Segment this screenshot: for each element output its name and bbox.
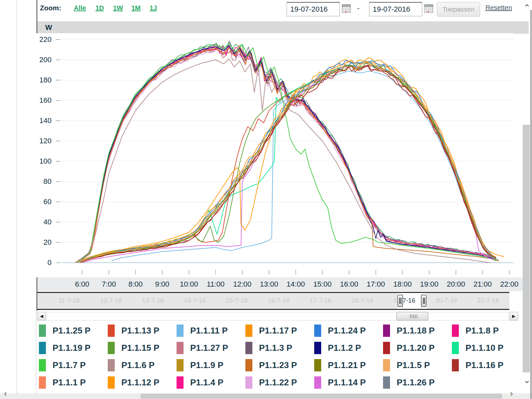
legend-item[interactable]: P1.1.21 P (314, 356, 383, 374)
series-line-P1.1.25-P[interactable] (75, 42, 498, 263)
date-navigator[interactable]: 11-7-1612-7-1613-7-1614-7-1615-7-1616-7-… (37, 292, 509, 310)
y-axis-tick-label: 220 (33, 35, 52, 44)
y-axis-tick-label: 80 (33, 177, 52, 186)
legend-item[interactable]: P1.1.1 P (39, 374, 108, 391)
y-axis-tick-label: 60 (33, 198, 52, 206)
window-horizontal-scrollbar[interactable] (0, 393, 532, 399)
scrollbar-track[interactable] (46, 312, 508, 321)
legend-item[interactable]: P1.1.4 P (177, 374, 245, 391)
series-line-P1.1.26-P[interactable] (75, 41, 498, 263)
date-range-separator: - (357, 4, 359, 13)
legend-item[interactable]: P1.1.12 P (108, 374, 177, 391)
legend-label: P1.1.1 P (53, 377, 86, 388)
zoom-range-1d[interactable]: 1D (95, 4, 104, 12)
navigator-right-handle[interactable] (421, 295, 427, 307)
navigator-date: 14-7-16 (174, 297, 216, 304)
navigator-dates: 11-7-1612-7-1613-7-1614-7-1615-7-1616-7-… (48, 293, 509, 309)
power-chart[interactable] (37, 33, 514, 277)
legend-item[interactable]: P1.1.19 P (39, 339, 108, 356)
series-line-P1.1.2-P[interactable] (77, 46, 496, 263)
legend-swatch-icon (452, 342, 459, 354)
y-axis-tick-label: 160 (33, 96, 52, 105)
series-line-P1.1.23-P[interactable] (77, 48, 499, 263)
scroll-right-chevron-icon[interactable]: › (510, 388, 513, 399)
series-line-P1.1.11-P[interactable] (111, 71, 497, 261)
x-axis-tick-label: 21:00 (468, 280, 498, 289)
legend-label: P1.1.26 P (397, 377, 435, 388)
legend-swatch-icon (39, 359, 46, 371)
legend-swatch-icon (39, 376, 46, 389)
legend-item[interactable]: P1.1.22 P (245, 374, 314, 391)
y-axis-tick-label: 0 (33, 258, 52, 267)
y-axis-tick-label: 180 (33, 76, 52, 84)
legend-label: P1.1.25 P (53, 326, 90, 336)
x-axis-tick-label: 22:00 (494, 280, 524, 289)
legend-item[interactable]: P1.1.3 P (245, 339, 314, 356)
legend-item[interactable]: P1.1.9 P (177, 356, 245, 374)
apply-button[interactable]: Toepassen (437, 2, 480, 17)
legend-swatch-icon (245, 359, 252, 371)
legend-swatch-icon (383, 342, 390, 354)
x-axis-tick-label: 9:00 (147, 280, 177, 289)
legend-label: P1.1.19 P (53, 343, 90, 353)
calendar-icon[interactable] (342, 4, 351, 13)
h-scrollbar-thumb[interactable] (141, 394, 502, 399)
date-from-input[interactable] (287, 2, 340, 16)
series-line-P1.1.7-P[interactable] (77, 44, 496, 263)
zoom-range-1m[interactable]: 1M (131, 4, 141, 12)
legend-item[interactable]: P1.1.16 P (452, 356, 521, 374)
series-line-P1.1.21-P[interactable] (79, 63, 496, 263)
zoom-range-alle[interactable]: Alle (74, 4, 86, 12)
navigator-left-handle[interactable] (397, 295, 403, 307)
legend-swatch-icon (314, 359, 321, 371)
scroll-right-arrow[interactable]: ▶ (509, 312, 518, 321)
y-axis-tick-label: 100 (33, 157, 52, 166)
series-line-P1.1.4-P[interactable] (75, 44, 498, 263)
legend-item[interactable]: P1.1.2 P (314, 339, 383, 356)
v-scrollbar-thumb[interactable] (523, 125, 530, 372)
legend-item[interactable]: P1.1.14 P (314, 374, 383, 391)
legend-label: P1.1.10 P (466, 343, 503, 353)
y-axis-tick-label: 120 (33, 137, 52, 145)
legend-item[interactable]: P1.1.11 P (177, 322, 245, 339)
series-line-P1.1.1-P[interactable] (75, 45, 498, 262)
legend-item[interactable]: P1.1.10 P (452, 339, 521, 356)
series-line-P1.1.27-P[interactable] (75, 46, 498, 263)
x-axis-tick-label: 11:00 (201, 280, 231, 289)
legend-item[interactable]: P1.1.6 P (108, 356, 177, 374)
zoom-label: Zoom: (40, 4, 61, 12)
zoom-range-1j[interactable]: 1J (150, 4, 157, 12)
legend-item[interactable]: P1.1.13 P (108, 322, 177, 339)
calendar-icon[interactable] (424, 4, 433, 13)
legend-item[interactable]: P1.1.23 P (245, 356, 314, 374)
legend-label: P1.1.20 P (397, 343, 435, 353)
legend-item[interactable]: P1.1.17 P (245, 322, 314, 339)
legend-item[interactable]: P1.1.20 P (383, 339, 452, 356)
scroll-up-chevron-icon[interactable]: ⌃ (523, 3, 531, 13)
left-panel-divider (17, 0, 17, 399)
y-axis-unit-band: W (37, 21, 529, 34)
series-line-P1.1.22-P[interactable] (75, 45, 498, 262)
series-line-P1.1.3-P[interactable] (75, 46, 498, 263)
zoom-range-1w[interactable]: 1W (113, 4, 123, 12)
x-axis-tick-label: 18:00 (388, 280, 418, 289)
scroll-down-chevron-icon[interactable]: ⌄ (523, 375, 531, 385)
legend-item[interactable]: P1.1.24 P (314, 322, 383, 339)
reset-link[interactable]: Resetten (485, 4, 512, 12)
scrollbar-thumb[interactable] (396, 312, 428, 321)
legend-item[interactable]: P1.1.27 P (177, 339, 245, 356)
legend-item[interactable]: P1.1.18 P (383, 322, 452, 339)
legend-item[interactable]: P1.1.8 P (452, 322, 521, 339)
legend-item[interactable]: P1.1.26 P (383, 374, 452, 391)
legend-swatch-icon (177, 342, 184, 354)
scroll-left-chevron-icon[interactable]: ‹ (4, 388, 7, 399)
legend-item[interactable]: P1.1.15 P (108, 339, 177, 356)
date-to-input[interactable] (369, 2, 422, 16)
legend-swatch-icon (452, 325, 459, 337)
legend-item[interactable]: P1.1.5 P (383, 356, 452, 374)
series-line-P1.1.8-P[interactable] (75, 44, 498, 263)
series-line-P1.1.18-P[interactable] (75, 46, 498, 262)
legend-item[interactable]: P1.1.7 P (39, 356, 108, 374)
scroll-left-arrow[interactable]: ◀ (37, 312, 46, 321)
legend-item[interactable]: P1.1.25 P (39, 322, 108, 339)
